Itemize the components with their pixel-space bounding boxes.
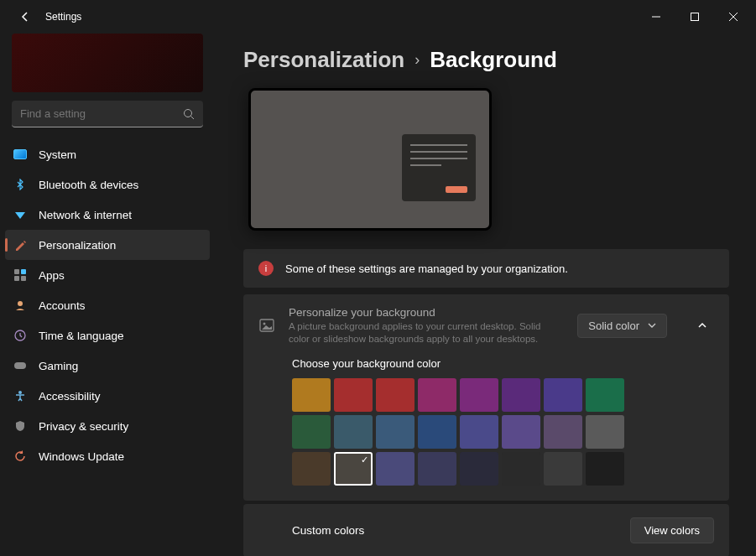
svg-point-7 [18,391,22,394]
sidebar-item-bluetooth[interactable]: Bluetooth & devices [5,169,210,200]
sidebar-item-apps[interactable]: Apps [5,260,210,290]
color-swatches [292,378,714,486]
color-swatch[interactable] [544,452,582,486]
chevron-right-icon: › [414,51,420,69]
accessibility-icon [13,389,27,403]
search-icon [183,108,195,120]
svg-point-9 [263,323,266,325]
gaming-icon [13,359,27,372]
sidebar-item-label: Network & internet [39,209,132,221]
sidebar-item-label: Apps [39,269,65,282]
color-swatch[interactable] [418,415,456,449]
sidebar-item-label: Privacy & security [39,420,128,433]
breadcrumb-parent[interactable]: Personalization [243,47,404,73]
sidebar-item-label: Accounts [39,299,86,312]
background-preview [248,88,492,231]
color-swatch[interactable] [334,415,373,449]
color-swatch[interactable] [460,378,498,412]
background-type-dropdown[interactable]: Solid color [577,314,667,338]
nav-list: SystemBluetooth & devicesNetwork & inter… [0,139,215,471]
color-swatch[interactable] [502,452,540,486]
sidebar-item-label: Time & language [39,330,124,342]
color-swatch[interactable] [502,378,540,412]
system-icon [13,148,27,161]
sidebar-item-time[interactable]: Time & language [5,320,210,351]
color-swatch[interactable] [586,452,624,486]
expander-description: A picture background applies to your cur… [289,320,564,346]
color-swatch[interactable] [460,415,498,449]
sidebar-item-network[interactable]: Network & internet [5,200,210,230]
personalize-background-expander: Personalize your background A picture ba… [243,294,729,501]
sidebar-item-personalization[interactable]: Personalization [5,230,210,260]
sidebar-item-accessibility[interactable]: Accessibility [5,381,210,411]
sidebar-item-label: Bluetooth & devices [39,179,138,191]
color-swatch[interactable] [292,452,331,486]
expander-title: Personalize your background [289,306,564,319]
svg-rect-1 [691,13,699,21]
back-button[interactable] [15,7,35,27]
color-swatch[interactable] [544,415,582,449]
collapse-button[interactable] [691,314,714,337]
dropdown-value: Solid color [588,320,639,332]
svg-point-2 [185,109,192,117]
arrow-left-icon [19,11,31,23]
preview-window [402,134,476,201]
color-swatch[interactable] [460,452,498,486]
apps-icon [13,268,27,282]
minimize-button[interactable] [637,3,675,30]
color-swatch[interactable] [376,378,414,412]
color-swatch[interactable] [292,415,331,449]
update-icon [13,449,27,463]
titlebar: Settings [0,0,756,34]
view-colors-button[interactable]: View colors [630,517,714,543]
color-swatch[interactable] [376,415,414,449]
org-managed-banner: i Some of these settings are managed by … [243,249,729,288]
maximize-icon [691,13,699,21]
accounts-icon [13,299,27,312]
sidebar-item-label: Accessibility [39,390,101,403]
custom-colors-row: Custom colors View colors [243,504,729,556]
chevron-up-icon [697,320,707,330]
sidebar-item-privacy[interactable]: Privacy & security [5,411,210,441]
bluetooth-icon [13,178,27,191]
custom-colors-label: Custom colors [292,524,630,537]
expander-header[interactable]: Personalize your background A picture ba… [243,294,729,357]
sidebar-item-accounts[interactable]: Accounts [5,290,210,320]
maximize-button[interactable] [675,3,714,30]
page-title: Background [430,47,557,73]
chevron-down-icon [648,321,656,330]
color-swatch[interactable] [418,378,456,412]
search-input[interactable] [20,107,183,120]
color-swatch[interactable] [502,415,540,449]
sidebar-item-label: Gaming [39,360,78,372]
close-icon [729,13,738,21]
minimize-icon [652,13,660,21]
svg-point-4 [18,301,23,306]
sidebar-item-label: System [39,148,76,161]
color-swatch[interactable] [586,415,624,449]
search-box[interactable] [12,101,203,127]
info-icon: i [258,261,274,276]
color-swatch[interactable] [586,378,624,412]
color-swatch[interactable] [334,378,373,412]
color-swatch[interactable] [334,452,373,486]
privacy-icon [13,419,27,433]
color-swatch[interactable] [544,378,582,412]
sidebar-item-label: Personalization [39,239,116,252]
window-title: Settings [45,11,81,23]
color-swatch[interactable] [376,452,414,486]
sidebar-item-label: Windows Update [39,450,124,463]
sidebar-item-update[interactable]: Windows Update [5,441,210,471]
color-section-label: Choose your background color [292,357,714,370]
color-swatch[interactable] [418,452,456,486]
sidebar-item-gaming[interactable]: Gaming [5,351,210,381]
close-button[interactable] [714,3,753,30]
color-swatch[interactable] [292,378,331,412]
user-tile[interactable] [12,34,203,92]
svg-rect-6 [14,362,26,369]
main-content: Personalization › Background i Some of t… [220,34,756,556]
personalization-icon [13,238,27,252]
sidebar-item-system[interactable]: System [5,139,210,169]
breadcrumb: Personalization › Background [243,47,729,73]
network-icon [13,208,27,221]
